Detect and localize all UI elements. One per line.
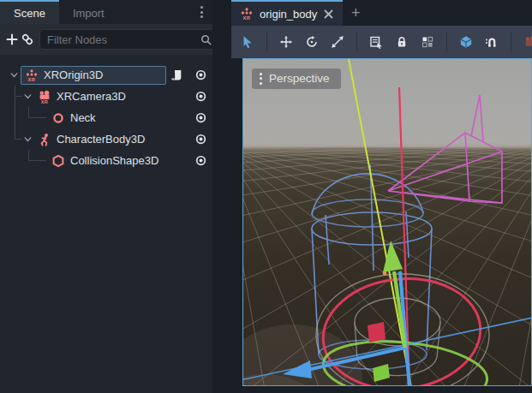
node-label-area[interactable]: CollisionShape3D: [48, 152, 166, 170]
tree-row-characterbody3d[interactable]: CharacterBody3D: [0, 128, 212, 150]
new-tab-button[interactable]: +: [343, 0, 368, 26]
node-label: Neck: [70, 111, 96, 124]
tree-row-xrcamera3d[interactable]: XRXRCamera3D: [0, 86, 212, 107]
visibility-eye-icon[interactable]: [188, 154, 212, 167]
selected-node-name-field[interactable]: XRXROrigin3D: [21, 66, 166, 85]
visibility-eye-icon[interactable]: [188, 133, 212, 146]
godot-editor-window: Scene Import XRXROrigin3DXRXR: [0, 0, 532, 393]
tree-row-neck[interactable]: Neck: [0, 107, 212, 128]
chevron-down-icon[interactable]: [21, 134, 34, 145]
node-label-area[interactable]: XRXRCamera3D: [34, 87, 166, 106]
node-label: CharacterBody3D: [57, 133, 145, 146]
search-icon: [200, 33, 212, 46]
visibility-eye-icon[interactable]: [188, 68, 212, 81]
scene-dock: Scene Import XRXROrigin3DXRXR: [0, 0, 212, 393]
viewport-toolbar: [231, 26, 532, 58]
script-icon[interactable]: [166, 68, 188, 82]
tab-import[interactable]: Import: [59, 0, 118, 24]
gizmo-plane-handle-green[interactable]: [373, 364, 390, 382]
perspective-label: Perspective: [269, 72, 330, 85]
tab-bar-spacer: [118, 0, 194, 24]
viewport-canvas[interactable]: [243, 59, 532, 386]
perspective-menu-button[interactable]: Perspective: [252, 68, 341, 89]
toolbar-separator: [446, 33, 447, 51]
node-label-area[interactable]: CharacterBody3D: [34, 130, 166, 149]
xr-camera-icon: XR: [38, 90, 51, 104]
dock-menu-icon[interactable]: [194, 0, 209, 24]
ring-icon: [51, 111, 65, 125]
local-space-tool-button[interactable]: [455, 31, 477, 53]
scene-tab-bar: XR origin_body +: [231, 0, 532, 26]
svg-text:XR: XR: [41, 98, 49, 103]
move-tool-button[interactable]: [275, 31, 297, 53]
gizmo-plane-handle-red[interactable]: [368, 322, 386, 342]
svg-text:XR: XR: [28, 77, 36, 82]
close-icon[interactable]: [323, 9, 334, 20]
node-label-area[interactable]: Neck: [48, 109, 166, 128]
scale-tool-button[interactable]: [326, 31, 349, 53]
dock-tab-bar: Scene Import: [0, 0, 212, 24]
filter-nodes-input[interactable]: [45, 33, 200, 47]
instance-scene-button[interactable]: [21, 28, 34, 51]
node-label: XROrigin3D: [44, 68, 103, 81]
chevron-down-icon[interactable]: [21, 91, 34, 102]
group-tool-button[interactable]: [416, 31, 439, 53]
lock-tool-button[interactable]: [391, 31, 413, 53]
collision-shape-icon: [51, 154, 65, 168]
node-label: XRCamera3D: [57, 90, 126, 103]
node-label: CollisionShape3D: [70, 154, 158, 167]
rotate-tool-button[interactable]: [301, 31, 323, 53]
filter-nodes-box: [39, 29, 218, 50]
perspective-dots-icon: [260, 73, 262, 85]
snap-tool-button[interactable]: [481, 31, 503, 53]
visibility-eye-icon[interactable]: [188, 111, 212, 124]
tree-row-xrorigin3d[interactable]: XRXROrigin3D: [0, 64, 212, 86]
select-tool-button[interactable]: [236, 31, 259, 53]
viewport-3d[interactable]: Perspective: [242, 58, 532, 386]
add-node-button[interactable]: [5, 28, 19, 51]
camera-preview-tool-button[interactable]: [519, 31, 532, 53]
character-body-icon: [38, 133, 51, 146]
xr-origin-icon: XR: [240, 7, 254, 21]
tree-row-collisionshape3d[interactable]: CollisionShape3D: [0, 150, 212, 171]
scene-tab-origin-body[interactable]: XR origin_body: [231, 0, 343, 26]
main-editor-area: XR origin_body +: [212, 0, 532, 393]
scene-tab-label: origin_body: [260, 8, 317, 21]
list-select-tool-button[interactable]: [365, 31, 387, 53]
tab-scene[interactable]: Scene: [0, 0, 59, 24]
xr-origin-icon: XR: [25, 68, 39, 82]
chevron-down-icon[interactable]: [7, 69, 21, 80]
toolbar-separator: [511, 33, 511, 51]
svg-text:XR: XR: [243, 15, 251, 21]
scene-toolbar: [0, 24, 212, 55]
visibility-eye-icon[interactable]: [188, 90, 212, 103]
amber-marker-dot: [383, 271, 387, 276]
toolbar-separator: [356, 33, 357, 51]
toolbar-separator: [266, 33, 267, 51]
scene-tree: XRXROrigin3DXRXRCamera3DNeckCharacterBod…: [0, 55, 212, 171]
